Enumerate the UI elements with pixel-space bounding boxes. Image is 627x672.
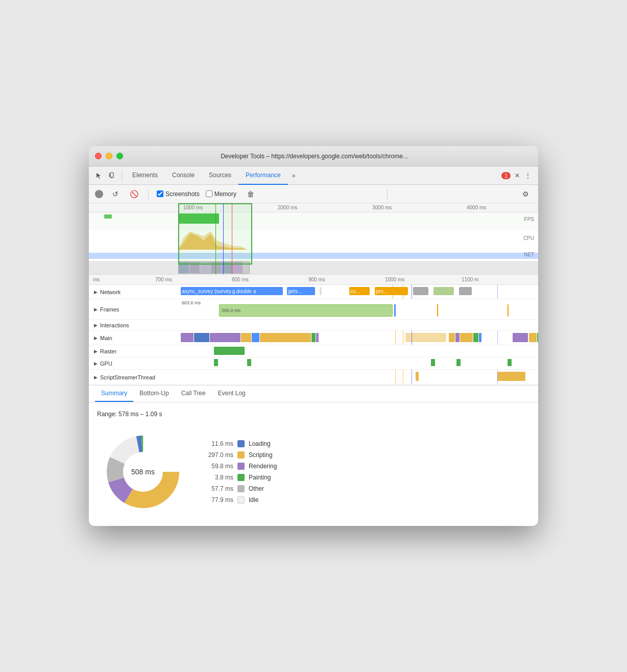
clear-button[interactable]: 🚫 bbox=[128, 188, 140, 200]
raster-bar-1[interactable] bbox=[214, 347, 245, 355]
script-bar-1[interactable] bbox=[416, 372, 419, 381]
rendering-color bbox=[237, 463, 245, 470]
main-expand-icon[interactable]: ▶ bbox=[93, 335, 98, 341]
gpu-track-label[interactable]: ▶ GPU bbox=[89, 361, 181, 367]
memory-checkbox[interactable] bbox=[206, 190, 212, 197]
main-bar-yellow6[interactable] bbox=[529, 333, 537, 342]
main-bar-yellow3[interactable] bbox=[405, 333, 446, 342]
network-bar-7[interactable] bbox=[459, 287, 472, 295]
network-bar-6[interactable] bbox=[433, 287, 454, 295]
gpu-expand-icon[interactable]: ▶ bbox=[93, 361, 98, 366]
main-bar-yellow2[interactable] bbox=[260, 333, 311, 342]
other-label: Other bbox=[249, 485, 264, 492]
thumb-1 bbox=[179, 262, 189, 273]
legend-rendering: 59.8 ms Rendering bbox=[205, 463, 277, 470]
gpu-bar-1[interactable] bbox=[214, 359, 218, 366]
script-bar-2[interactable] bbox=[497, 372, 525, 381]
network-bar-3[interactable]: co... bbox=[349, 287, 370, 295]
network-expand-icon[interactable]: ▶ bbox=[93, 290, 98, 295]
tab-call-tree[interactable]: Call Tree bbox=[175, 386, 212, 402]
screenshots-checkbox-group: Screenshots bbox=[157, 190, 200, 198]
network-track-label[interactable]: ▶ Network bbox=[89, 289, 181, 295]
settings-icon[interactable]: ⚙ bbox=[520, 188, 532, 200]
overview-ruler: 1000 ms 2000 ms 3000 ms 4000 ms bbox=[89, 203, 538, 212]
device-icon[interactable] bbox=[106, 170, 118, 182]
main-bar-purple3[interactable] bbox=[316, 333, 319, 342]
menu-icon[interactable]: ⋮ bbox=[522, 170, 534, 182]
main-bar-yellow1[interactable] bbox=[241, 333, 251, 342]
gpu-bar-3[interactable] bbox=[431, 359, 435, 366]
frames-expand-icon[interactable]: ▶ bbox=[93, 307, 98, 312]
tab-elements[interactable]: Elements bbox=[125, 166, 165, 185]
frame-time-2: 206.0 ms bbox=[222, 308, 240, 313]
gpu-bar-4[interactable] bbox=[456, 359, 461, 366]
main-bar-green3[interactable] bbox=[537, 333, 538, 342]
scriptstreamer-track-label[interactable]: ▶ ScriptStreamerThread bbox=[89, 374, 181, 380]
net-bar bbox=[89, 253, 538, 259]
tab-sources[interactable]: Sources bbox=[202, 166, 238, 185]
scriptstreamer-track-content bbox=[181, 370, 538, 385]
reload-button[interactable]: ↺ bbox=[109, 188, 122, 200]
main-track: ▶ Main bbox=[89, 331, 538, 345]
orange-vline-main bbox=[395, 331, 396, 345]
main-bar-yellow5[interactable] bbox=[460, 333, 473, 342]
thumb-3 bbox=[200, 262, 210, 273]
svg-rect-1 bbox=[111, 177, 112, 178]
main-bar-purple1[interactable] bbox=[181, 333, 194, 342]
network-bar-2[interactable]: gets... bbox=[287, 287, 315, 295]
main-bar-blue1[interactable] bbox=[194, 333, 209, 342]
frame-block-1[interactable]: 206.0 ms bbox=[219, 304, 393, 317]
main-bar-blue2[interactable] bbox=[252, 333, 259, 342]
screenshot-thumbnails bbox=[178, 261, 250, 274]
main-bar-blue3[interactable] bbox=[479, 333, 481, 342]
tab-console[interactable]: Console bbox=[165, 166, 202, 185]
record-button[interactable] bbox=[95, 190, 103, 198]
cpu-label: CPU bbox=[523, 235, 534, 241]
cursor-icon[interactable] bbox=[93, 170, 105, 182]
screenshots-checkbox[interactable] bbox=[157, 190, 163, 197]
main-bar-purple4[interactable] bbox=[455, 333, 460, 342]
painting-value: 3.8 ms bbox=[205, 474, 233, 481]
gpu-bar-2[interactable] bbox=[247, 359, 251, 366]
network-bar-5[interactable] bbox=[413, 287, 428, 295]
main-bar-green2[interactable] bbox=[473, 333, 478, 342]
main-bar-yellow4[interactable] bbox=[449, 333, 455, 342]
tab-overflow[interactable]: » bbox=[288, 166, 300, 185]
interactions-track: ▶ Interactions bbox=[89, 320, 538, 331]
main-bar-purple2[interactable] bbox=[210, 333, 240, 342]
tick-700: 700 ms bbox=[155, 277, 172, 282]
idle-color bbox=[237, 496, 245, 503]
scriptstreamer-expand-icon[interactable]: ▶ bbox=[93, 375, 98, 380]
tab-performance[interactable]: Performance bbox=[238, 166, 288, 185]
interactions-expand-icon[interactable]: ▶ bbox=[93, 323, 98, 328]
tick-1100: 1100 m bbox=[462, 277, 478, 282]
blue-vline-network bbox=[412, 285, 412, 299]
tab-event-log[interactable]: Event Log bbox=[212, 386, 252, 402]
interactions-track-label[interactable]: ▶ Interactions bbox=[89, 322, 181, 328]
delete-icon[interactable]: 🗑 bbox=[245, 188, 257, 200]
overview-panel: 1000 ms 2000 ms 3000 ms 4000 ms FPS CPU … bbox=[89, 203, 538, 275]
tab-summary[interactable]: Summary bbox=[95, 386, 133, 402]
main-bar-purple5[interactable] bbox=[513, 333, 528, 342]
cpu-row: CPU bbox=[89, 230, 538, 251]
fps-bar-1 bbox=[104, 214, 112, 219]
tab-bottom-up[interactable]: Bottom-Up bbox=[133, 386, 175, 402]
gpu-track-content bbox=[181, 357, 538, 369]
frames-track-label[interactable]: ▶ Frames bbox=[89, 306, 181, 313]
network-bar-4[interactable]: pro... bbox=[375, 287, 408, 295]
raster-track-label[interactable]: ▶ Raster bbox=[89, 348, 181, 354]
main-bar-green1[interactable] bbox=[311, 333, 316, 342]
raster-expand-icon[interactable]: ▶ bbox=[93, 349, 98, 354]
network-bar-1[interactable]: async_survey (survey.g.double a bbox=[181, 287, 283, 295]
gpu-bar-5[interactable] bbox=[508, 359, 512, 366]
painting-label: Painting bbox=[249, 474, 271, 481]
raster-label-text: Raster bbox=[100, 348, 116, 354]
legend-idle: 77.9 ms Idle bbox=[205, 496, 277, 503]
main-label-text: Main bbox=[100, 335, 112, 341]
tick-900: 900 ms bbox=[308, 277, 325, 282]
frame-orange-marker bbox=[437, 304, 438, 317]
main-track-label[interactable]: ▶ Main bbox=[89, 335, 181, 341]
record-separator bbox=[148, 189, 149, 199]
idle-label: Idle bbox=[249, 496, 258, 503]
time-4000: 4000 ms bbox=[467, 205, 486, 210]
